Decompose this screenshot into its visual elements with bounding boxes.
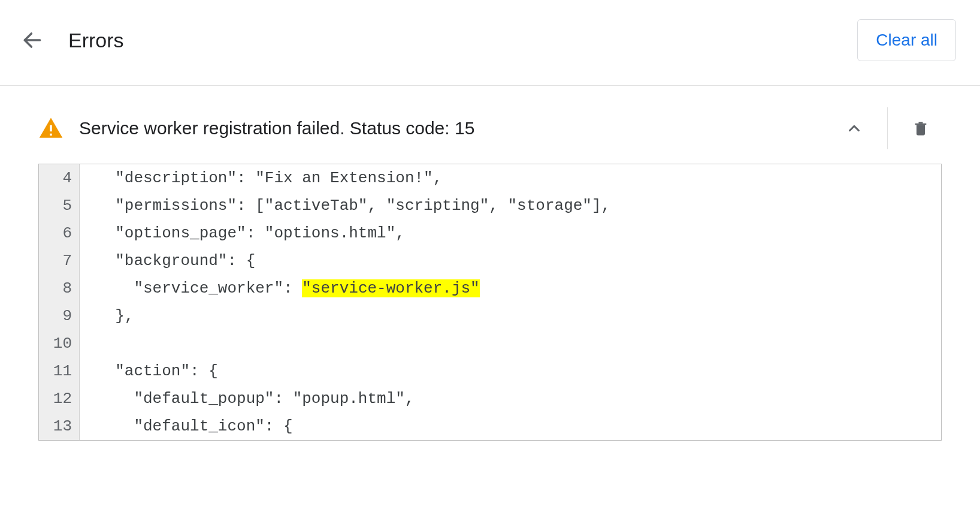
svg-rect-1 bbox=[50, 125, 52, 132]
code-text: "default_popup": "popup.html", bbox=[80, 385, 415, 412]
svg-rect-2 bbox=[50, 134, 52, 136]
code-text: }, bbox=[80, 302, 134, 330]
code-text: "action": { bbox=[80, 357, 218, 385]
highlighted-code: "service-worker.js" bbox=[302, 279, 479, 297]
action-divider bbox=[887, 107, 888, 149]
collapse-button[interactable] bbox=[833, 107, 875, 149]
line-number: 13 bbox=[39, 412, 80, 440]
code-text: "default_icon": { bbox=[80, 412, 293, 440]
code-line: 8 "service_worker": "service-worker.js" bbox=[39, 275, 941, 302]
code-line: 7 "background": { bbox=[39, 247, 941, 275]
line-number: 5 bbox=[39, 192, 80, 219]
clear-all-button[interactable]: Clear all bbox=[857, 19, 956, 61]
code-snippet: 4 "description": "Fix an Extension!", 5 … bbox=[38, 164, 942, 441]
code-line: 10 bbox=[39, 330, 941, 357]
warning-icon bbox=[38, 116, 63, 141]
code-text: "options_page": "options.html", bbox=[80, 219, 405, 247]
delete-error-button[interactable] bbox=[900, 107, 942, 149]
code-line: 4 "description": "Fix an Extension!", bbox=[39, 164, 941, 192]
line-number: 8 bbox=[39, 275, 80, 302]
trash-icon bbox=[912, 120, 929, 137]
line-number: 11 bbox=[39, 357, 80, 385]
line-number: 7 bbox=[39, 247, 80, 275]
line-number: 4 bbox=[39, 164, 80, 192]
code-line: 9 }, bbox=[39, 302, 941, 330]
code-text: "description": "Fix an Extension!", bbox=[80, 164, 442, 192]
line-number: 9 bbox=[39, 302, 80, 330]
code-text: "permissions": ["activeTab", "scripting"… bbox=[80, 192, 610, 219]
back-button[interactable] bbox=[18, 26, 47, 55]
error-row: Service worker registration failed. Stat… bbox=[38, 104, 942, 164]
line-number: 10 bbox=[39, 330, 80, 357]
code-line: 11 "action": { bbox=[39, 357, 941, 385]
line-number: 12 bbox=[39, 385, 80, 412]
content-area: Service worker registration failed. Stat… bbox=[0, 86, 980, 441]
code-text: "background": { bbox=[80, 247, 255, 275]
code-line: 6 "options_page": "options.html", bbox=[39, 219, 941, 247]
page-title: Errors bbox=[68, 29, 836, 52]
code-text: "service_worker": "service-worker.js" bbox=[80, 275, 480, 302]
code-text bbox=[80, 330, 96, 357]
line-number: 6 bbox=[39, 219, 80, 247]
error-message: Service worker registration failed. Stat… bbox=[79, 118, 818, 138]
arrow-left-icon bbox=[21, 29, 44, 52]
code-line: 5 "permissions": ["activeTab", "scriptin… bbox=[39, 192, 941, 219]
code-line: 13 "default_icon": { bbox=[39, 412, 941, 440]
code-line: 12 "default_popup": "popup.html", bbox=[39, 385, 941, 412]
error-row-actions bbox=[833, 107, 942, 149]
page-header: Errors Clear all bbox=[0, 0, 980, 85]
code-segment: "service_worker": bbox=[96, 279, 302, 297]
chevron-up-icon bbox=[845, 119, 863, 137]
